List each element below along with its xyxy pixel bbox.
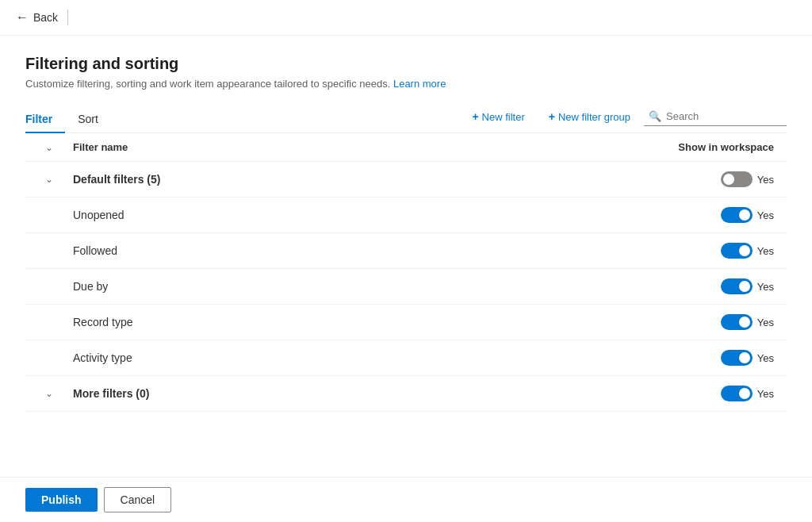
row-filter-name: More filters (0) <box>73 387 644 400</box>
toggle-thumb <box>739 388 750 399</box>
row-filter-name: Unopened <box>73 209 644 221</box>
row-toggle-cell: Yes <box>644 350 787 366</box>
table-row: Activity type Yes <box>25 340 787 376</box>
new-filter-button[interactable]: + New filter <box>462 106 534 128</box>
sort-chevron-icon[interactable]: ⌄ <box>45 142 53 153</box>
toggle-thumb <box>739 352 750 363</box>
toggle-wrapper[interactable]: Yes <box>721 171 774 187</box>
row-filter-name: Default filters (5) <box>73 173 644 186</box>
search-icon: 🔍 <box>649 110 661 122</box>
search-box[interactable]: 🔍 <box>644 107 787 126</box>
toggle-label: Yes <box>757 174 774 186</box>
toggle-wrapper[interactable]: Yes <box>721 314 774 330</box>
table-row: Record type Yes <box>25 305 787 340</box>
top-bar: ← Back <box>0 0 812 36</box>
table-body: ⌄ Default filters (5) Yes Unopened <box>25 162 787 412</box>
back-label: Back <box>33 11 58 24</box>
table-row: ⌄ More filters (0) Yes <box>25 376 787 412</box>
toggle-label: Yes <box>757 388 774 400</box>
toggle-thumb <box>739 281 750 292</box>
filter-table: ⌄ Filter name Show in workspace ⌄ Defaul… <box>25 133 787 477</box>
toggle-thumb <box>723 174 734 185</box>
row-toggle-cell: Yes <box>644 386 787 401</box>
toggle-thumb <box>739 209 750 221</box>
toggle-switch[interactable] <box>721 386 753 401</box>
plus-icon: + <box>472 110 478 123</box>
toggle-label: Yes <box>757 317 774 328</box>
cancel-button[interactable]: Cancel <box>104 487 172 512</box>
toggle-switch[interactable] <box>721 171 753 187</box>
row-filter-name: Due by <box>73 280 644 293</box>
row-chevron[interactable]: ⌄ <box>25 174 73 185</box>
row-filter-name: Activity type <box>73 351 644 364</box>
page-subtitle: Customize filtering, sorting and work it… <box>25 78 787 90</box>
toggle-wrapper[interactable]: Yes <box>721 386 774 401</box>
row-toggle-cell: Yes <box>644 243 787 259</box>
row-toggle-cell: Yes <box>644 278 787 294</box>
subtitle-text: Customize filtering, sorting and work it… <box>25 78 390 90</box>
back-link[interactable]: ← Back <box>16 11 58 24</box>
row-filter-name: Followed <box>73 244 644 257</box>
new-filter-label: New filter <box>482 111 525 123</box>
back-arrow-icon: ← <box>16 11 29 24</box>
plus-icon-2: + <box>549 110 555 123</box>
toggle-thumb <box>739 317 750 328</box>
toggle-thumb <box>739 245 750 256</box>
tabs-toolbar: Filter Sort + New filter + New filter gr… <box>25 106 787 133</box>
row-chevron[interactable]: ⌄ <box>25 388 73 399</box>
table-row: ⌄ Default filters (5) Yes <box>25 162 787 198</box>
new-filter-group-label: New filter group <box>558 111 630 123</box>
new-filter-group-button[interactable]: + New filter group <box>538 106 641 128</box>
toggle-label: Yes <box>757 281 774 293</box>
row-toggle-cell: Yes <box>644 314 787 330</box>
table-row: Followed Yes <box>25 233 787 269</box>
row-toggle-cell: Yes <box>644 207 787 223</box>
bottom-bar: Publish Cancel <box>0 477 812 522</box>
table-header: ⌄ Filter name Show in workspace <box>25 133 787 162</box>
table-row: Due by Yes <box>25 269 787 305</box>
learn-more-link[interactable]: Learn more <box>393 78 446 90</box>
tab-sort[interactable]: Sort <box>65 106 111 133</box>
page-title: Filtering and sorting <box>25 55 787 73</box>
page-content: Filtering and sorting Customize filterin… <box>0 36 812 477</box>
search-input[interactable] <box>666 110 782 122</box>
top-bar-divider <box>67 10 68 25</box>
toggle-label: Yes <box>757 352 774 364</box>
row-toggle-cell: Yes <box>644 171 787 187</box>
toggle-switch[interactable] <box>721 350 753 366</box>
toggle-label: Yes <box>757 209 774 221</box>
toggle-switch[interactable] <box>721 243 753 259</box>
table-row: Unopened Yes <box>25 198 787 233</box>
col-chevron-header: ⌄ <box>25 142 73 153</box>
col-toggle-header: Show in workspace <box>644 141 787 153</box>
toggle-wrapper[interactable]: Yes <box>721 278 774 294</box>
row-filter-name: Record type <box>73 316 644 328</box>
toggle-wrapper[interactable]: Yes <box>721 243 774 259</box>
toggle-switch[interactable] <box>721 278 753 294</box>
tab-filter[interactable]: Filter <box>25 106 65 133</box>
toggle-switch[interactable] <box>721 314 753 330</box>
tabs-left: Filter Sort <box>25 106 462 132</box>
toggle-switch[interactable] <box>721 207 753 223</box>
toolbar-right: + New filter + New filter group 🔍 <box>462 106 787 132</box>
col-name-header: Filter name <box>73 141 644 153</box>
toggle-wrapper[interactable]: Yes <box>721 207 774 223</box>
toggle-label: Yes <box>757 245 774 257</box>
publish-button[interactable]: Publish <box>25 488 98 512</box>
toggle-wrapper[interactable]: Yes <box>721 350 774 366</box>
